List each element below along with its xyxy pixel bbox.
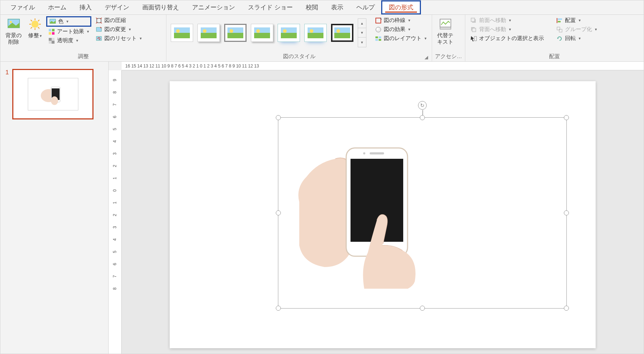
resize-handle-bl[interactable] [276,306,281,311]
reset-label: 図のリセット [104,35,137,42]
slide-thumbnail-1[interactable] [12,69,93,119]
svg-point-24 [377,28,379,30]
app-window: ファイル ホーム 挿入 デザイン 画面切り替え アニメーション スライド ショー… [0,0,644,354]
compress-pictures-button[interactable]: 図の圧縮 [93,16,144,25]
chevron-down-icon: ▾ [40,34,42,38]
phone-in-hand-icon [292,137,422,289]
selected-picture[interactable]: ↻ [278,117,567,309]
rotate-button[interactable]: 回転 ▾ [554,34,599,43]
slide-canvas[interactable]: ↻ [170,81,596,348]
artistic-effects-button[interactable]: アート効果 ▾ [46,27,91,36]
picture-style-5[interactable] [278,24,300,42]
svg-line-8 [38,27,39,29]
remove-background-button[interactable]: 背景の 削除 [3,16,24,47]
svg-rect-37 [558,18,562,20]
picture-style-7[interactable] [331,24,353,42]
svg-point-2 [31,21,39,28]
group-objects-button[interactable]: グループ化 ▾ [554,25,599,34]
bring-forward-button[interactable]: 前面へ移動 ▾ [468,16,546,25]
gallery-more-button[interactable]: ▾ [358,38,366,47]
chevron-down-icon: ▾ [66,19,69,24]
transparency-button[interactable]: 透明度 ▾ [46,36,91,45]
resize-handle-l[interactable] [276,210,281,215]
change-picture-button[interactable]: 図の変更 ▾ [93,25,144,34]
align-icon [556,17,563,24]
gallery-scroll: ▴ ▾ ▾ [358,18,366,47]
tab-animations[interactable]: アニメーション [186,0,242,14]
group-styles-label: 図のスタイル ◢ [169,52,429,61]
vertical-ruler[interactable]: 987654321012345678 [109,70,122,354]
tab-insert[interactable]: 挿入 [73,0,98,14]
tab-picture-format[interactable]: 図の形式 [381,0,421,14]
selection-pane-icon [470,35,477,42]
picture-style-6[interactable] [304,24,327,42]
svg-rect-12 [49,29,51,31]
picture-layout-label: 図のレイアウト [384,35,422,42]
picture-border-button[interactable]: 図の枠線 ▾ [373,16,429,25]
chevron-down-icon: ▾ [509,18,511,23]
styles-dialog-launcher[interactable]: ◢ [425,54,428,60]
artistic-label: アート効果 [57,28,84,35]
svg-rect-18 [52,41,55,44]
group-objects-label: グループ化 [565,26,592,33]
corrections-button[interactable]: 修整▾ [26,16,44,40]
tab-transitions[interactable]: 画面切り替え [136,0,186,14]
tab-slideshow[interactable]: スライド ショー [242,0,299,14]
group-adjust-label: 調整 [3,52,163,61]
selection-pane-button[interactable]: オブジェクトの選択と表示 [468,34,546,43]
chevron-down-icon: ▾ [140,36,142,41]
svg-rect-29 [440,19,451,27]
resize-handle-tl[interactable] [276,115,281,120]
tab-design[interactable]: デザイン [98,0,136,14]
tab-home[interactable]: ホーム [42,0,73,14]
svg-rect-39 [557,27,560,30]
resize-handle-b[interactable] [420,306,425,311]
picture-border-icon [375,17,382,24]
picture-style-4[interactable] [251,24,273,42]
svg-rect-35 [474,36,477,41]
send-backward-button[interactable]: 背面へ移動 ▾ [468,25,546,34]
align-button[interactable]: 配置 ▾ [554,16,599,25]
alt-text-icon [439,18,452,31]
chevron-down-icon: ▾ [87,29,89,34]
group-icon [556,26,563,33]
resize-handle-br[interactable] [564,306,569,311]
reset-picture-icon [96,35,102,42]
svg-rect-40 [559,29,562,32]
alt-text-button[interactable]: 代替テ キスト [435,16,456,47]
horizontal-ruler[interactable]: 16 15 14 13 12 11 10 9 8 7 6 5 4 3 2 1 0… [122,62,644,70]
chevron-down-icon: ▾ [408,27,410,32]
chevron-down-icon: ▾ [425,36,427,41]
ribbon-tabs: ファイル ホーム 挿入 デザイン 画面切り替え アニメーション スライド ショー… [0,0,644,15]
compress-label: 図の圧縮 [104,17,126,24]
picture-style-2[interactable] [197,24,220,42]
corrections-icon [29,18,42,31]
gallery-down-button[interactable]: ▾ [358,28,366,38]
picture-style-1[interactable] [171,24,193,42]
tab-help[interactable]: ヘルプ [350,0,381,14]
canvas-viewport[interactable]: ↻ [122,70,644,354]
svg-line-9 [38,20,39,21]
picture-color-icon [49,18,56,25]
send-backward-icon [470,26,477,33]
gallery-up-button[interactable]: ▴ [358,19,366,28]
resize-handle-r[interactable] [564,210,569,215]
resize-handle-tr[interactable] [564,115,569,120]
slide-number: 1 [5,69,9,119]
resize-handle-t[interactable] [420,115,425,120]
chevron-down-icon: ▾ [509,27,511,32]
tab-review[interactable]: 校閲 [299,0,325,14]
color-button[interactable]: 色 ▾ [46,16,91,27]
reset-picture-button[interactable]: 図のリセット ▾ [93,34,144,43]
svg-point-1 [10,21,12,23]
picture-style-3[interactable] [224,24,247,42]
picture-effects-button[interactable]: 図の効果 ▾ [373,25,429,34]
svg-rect-34 [472,28,476,32]
chevron-down-icon: ▾ [579,36,581,41]
svg-point-49 [363,152,365,154]
tab-file[interactable]: ファイル [4,0,42,14]
rotate-handle[interactable]: ↻ [418,101,427,110]
tab-view[interactable]: 表示 [325,0,350,14]
selection-pane-label: オブジェクトの選択と表示 [479,35,544,42]
picture-layout-button[interactable]: 図のレイアウト ▾ [373,34,429,43]
